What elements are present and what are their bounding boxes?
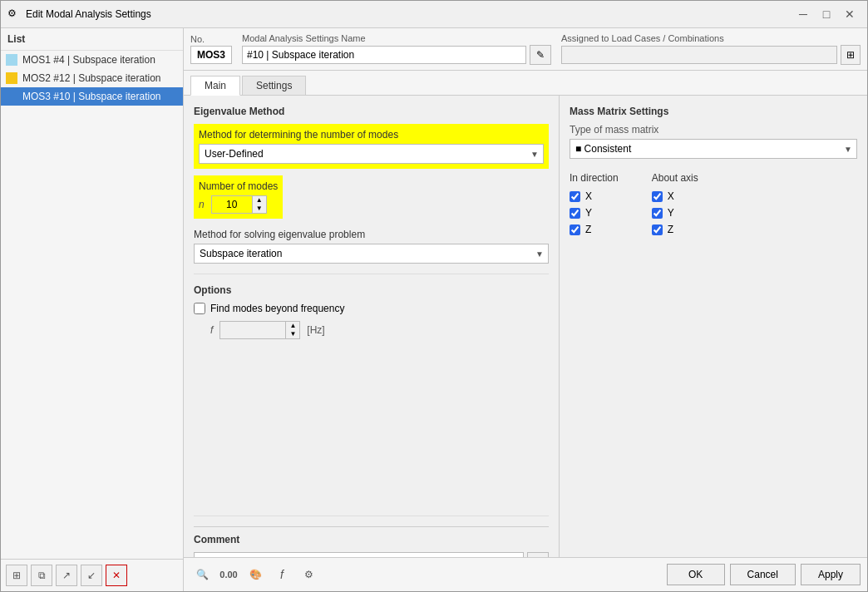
dir-y-checkbox[interactable]: [570, 208, 580, 219]
delete-item-button[interactable]: ✕: [106, 565, 127, 586]
mass-section-title: Mass Matrix Settings: [570, 106, 857, 117]
mass-type-label: Type of mass matrix: [570, 124, 857, 136]
about-axis-group: About axis X Y Z: [652, 172, 698, 235]
search-button[interactable]: 🔍: [190, 563, 214, 586]
close-button[interactable]: ✕: [839, 6, 861, 22]
no-label: No.: [190, 34, 232, 44]
about-z-item: Z: [652, 224, 698, 235]
cancel-button[interactable]: Cancel: [730, 564, 796, 585]
dir-z-checkbox[interactable]: [570, 224, 580, 235]
freq-unit: [Hz]: [307, 324, 324, 336]
window-title: Edit Modal Analysis Settings: [26, 8, 787, 20]
bottom-icons: 🔍 0.00 🎨 f ⚙: [190, 563, 320, 586]
copy-item-button[interactable]: ⧉: [31, 565, 52, 586]
about-z-label: Z: [668, 224, 673, 235]
freq-spinners: ▲ ▼: [286, 321, 300, 339]
comment-row: ▼ ⧉: [194, 552, 549, 557]
mass-type-dropdown-wrapper: ■ ConsistentLumpedReduced ▼: [570, 139, 857, 159]
delete-icon: ✕: [112, 570, 121, 581]
formula-icon: f: [280, 568, 284, 581]
sidebar-item-mos1[interactable]: MOS1 #4 | Subspace iteration: [1, 51, 183, 69]
maximize-button[interactable]: □: [816, 6, 837, 22]
mass-type-dropdown[interactable]: ■ ConsistentLumpedReduced: [570, 139, 857, 159]
color-button[interactable]: 🎨: [244, 563, 267, 586]
comment-section-title: Comment: [194, 534, 549, 545]
tab-settings[interactable]: Settings: [242, 76, 306, 95]
about-x-checkbox[interactable]: [652, 191, 663, 202]
dir-x-checkbox[interactable]: [570, 191, 580, 202]
options-section-title: Options: [194, 284, 549, 296]
about-z-checkbox[interactable]: [652, 224, 663, 235]
search-icon: 🔍: [196, 569, 209, 580]
dir-y-item: Y: [570, 207, 619, 219]
freq-input[interactable]: [219, 321, 286, 339]
separator1: [194, 274, 549, 274]
header-no-section: No.: [190, 34, 232, 64]
value-button[interactable]: 0.00: [217, 563, 240, 586]
name-input[interactable]: [242, 46, 526, 64]
copy-icon: ⧉: [38, 570, 46, 581]
titlebar-controls: ─ □ ✕: [792, 6, 861, 22]
left-content: Eigenvalue Method Method for determining…: [184, 96, 560, 557]
assigned-input-row: ⊞: [561, 45, 861, 65]
add-icon: ⊞: [12, 570, 21, 581]
dir-z-label: Z: [585, 224, 591, 235]
name-input-row: ✎: [242, 45, 551, 65]
sidebar-item-mos3[interactable]: MOS3 #10 | Subspace iteration: [1, 87, 183, 106]
comment-input[interactable]: [194, 552, 524, 557]
comment-spacer: [194, 339, 549, 506]
export-button[interactable]: ↗: [56, 565, 77, 586]
minimize-button[interactable]: ─: [792, 6, 814, 22]
num-modes-group: Number of modes n ▲ ▼: [194, 175, 283, 219]
assigned-input[interactable]: [561, 46, 837, 64]
settings2-button[interactable]: ⚙: [297, 563, 320, 586]
num-modes-spinners: ▲ ▼: [253, 195, 267, 214]
method-dropdown[interactable]: User-DefinedAutomatic: [199, 144, 544, 164]
method-dropdown-wrapper: User-DefinedAutomatic ▼: [199, 144, 544, 164]
formula-button[interactable]: f: [270, 563, 293, 586]
find-modes-checkbox[interactable]: [194, 303, 205, 314]
mos2-label: MOS2 #12 | Subspace iteration: [22, 72, 161, 84]
mos2-color: [6, 72, 17, 84]
sidebar-item-mos2[interactable]: MOS2 #12 | Subspace iteration: [1, 69, 183, 87]
add-item-button[interactable]: ⊞: [6, 565, 27, 586]
import-icon: ↙: [87, 570, 96, 581]
tab-main[interactable]: Main: [190, 76, 240, 96]
value-icon: 0.00: [219, 570, 237, 580]
solving-dropdown[interactable]: Subspace iterationLanczos: [194, 244, 549, 264]
about-x-label: X: [668, 190, 674, 202]
mos1-color: [6, 54, 17, 66]
assigned-label: Assigned to Load Cases / Combinations: [561, 33, 861, 43]
color-icon: 🎨: [249, 569, 262, 580]
freq-input-wrapper: ▲ ▼: [219, 321, 300, 339]
assigned-edit-button[interactable]: ⊞: [841, 45, 861, 65]
in-direction-title: In direction: [570, 172, 619, 184]
header-name-section: Modal Analysis Settings Name ✎: [242, 33, 551, 65]
about-y-item: Y: [652, 207, 698, 219]
num-modes-input[interactable]: [211, 195, 253, 214]
num-modes-down[interactable]: ▼: [253, 205, 266, 213]
header-assigned-section: Assigned to Load Cases / Combinations ⊞: [561, 33, 861, 65]
freq-down[interactable]: ▼: [286, 330, 299, 338]
direction-section: In direction X Y Z: [570, 172, 857, 235]
right-panel: No. Modal Analysis Settings Name ✎ Assig…: [184, 28, 867, 591]
tabs: Main Settings: [184, 71, 867, 96]
about-y-checkbox[interactable]: [652, 208, 663, 219]
solving-dropdown-wrapper: Subspace iterationLanczos ▼: [194, 244, 549, 264]
apply-button[interactable]: Apply: [801, 564, 861, 585]
header-row: No. Modal Analysis Settings Name ✎ Assig…: [184, 28, 867, 71]
dir-x-label: X: [585, 190, 592, 202]
ok-button[interactable]: OK: [667, 564, 725, 585]
no-input[interactable]: [190, 46, 232, 64]
mos3-label: MOS3 #10 | Subspace iteration: [22, 91, 161, 102]
num-modes-up[interactable]: ▲: [253, 196, 266, 205]
freq-var: f: [210, 324, 213, 336]
bottom-toolbar: 🔍 0.00 🎨 f ⚙ OK C: [184, 557, 867, 591]
in-direction-group: In direction X Y Z: [570, 172, 619, 235]
import-button[interactable]: ↙: [81, 565, 102, 586]
method-group: Method for determining the number of mod…: [194, 124, 549, 169]
num-modes-label: Number of modes: [199, 180, 278, 192]
freq-up[interactable]: ▲: [286, 322, 299, 330]
name-edit-button[interactable]: ✎: [530, 45, 551, 65]
eigenvalue-section-title: Eigenvalue Method: [194, 106, 549, 117]
